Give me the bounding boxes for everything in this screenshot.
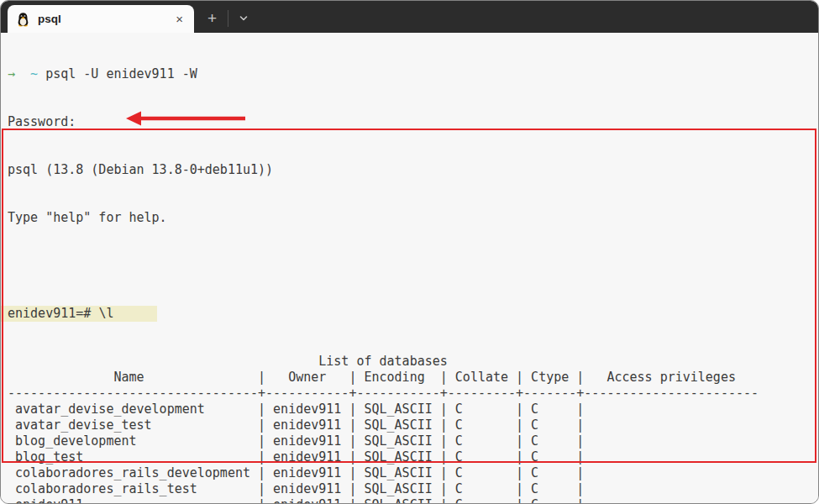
tab-dropdown-button[interactable] — [239, 13, 249, 24]
terminal-output-line: psql (13.8 (Debian 13.8-0+deb11u1)) — [8, 162, 818, 178]
blank-line — [8, 258, 818, 274]
prompt-dir: ~ — [30, 66, 38, 81]
tab-bar: psql × + — [1, 1, 818, 33]
terminal-output-line: Type "help" for help. — [8, 210, 818, 226]
chevron-down-icon — [239, 13, 249, 24]
psql-prompt: enidev911=# — [8, 306, 91, 321]
highlight-annotation: enidev911=# \l — [1, 306, 157, 322]
tab-close-icon[interactable]: × — [173, 13, 186, 25]
tab-title: psql — [38, 13, 173, 25]
tab-bar-divider — [228, 10, 228, 27]
new-tab-button[interactable]: + — [207, 10, 217, 26]
command-psql: psql -U enidev911 -W — [45, 66, 197, 81]
prompt-arrow-icon: → — [8, 66, 15, 81]
terminal-content[interactable]: → ~ psql -U enidev911 -W Password: psql … — [1, 33, 818, 503]
prompt-line: → ~ psql -U enidev911 -W — [8, 66, 818, 82]
list-command-line: enidev911=# \l — [8, 306, 818, 322]
terminal-output-line: Password: — [8, 114, 818, 130]
database-list-output: List of databases Name | Owner | Encodin… — [8, 354, 818, 503]
linux-tux-icon — [17, 12, 29, 27]
terminal-window: psql × + → ~ psql -U enidev911 -W Passwo… — [0, 0, 819, 504]
tab-psql[interactable]: psql × — [8, 5, 194, 33]
list-command: \l — [98, 306, 113, 321]
